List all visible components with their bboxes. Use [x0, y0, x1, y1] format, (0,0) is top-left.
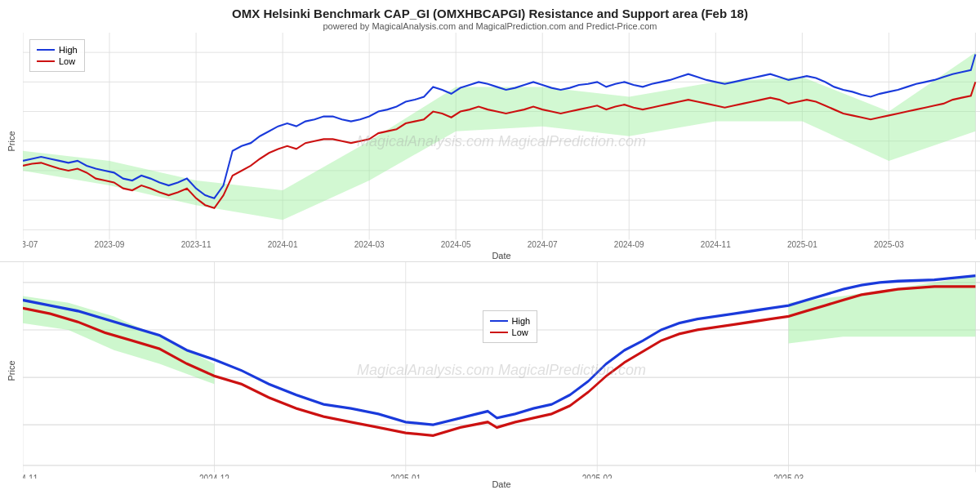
svg-text:2025-03: 2025-03	[874, 240, 904, 249]
page-container: OMX Helsinki Benchmark CAP_GI (OMXHBCAPG…	[0, 0, 980, 490]
svg-text:2023-09: 2023-09	[95, 240, 125, 249]
chart2-legend-high: High	[490, 316, 531, 326]
chart2-low-line	[490, 332, 508, 333]
page-header: OMX Helsinki Benchmark CAP_GI (OMXHBCAPG…	[0, 0, 980, 33]
svg-text:2024-03: 2024-03	[354, 240, 385, 249]
chart2-y-label: Price	[0, 262, 23, 479]
chart1-legend: High Low	[29, 39, 85, 72]
chart2-x-label: Date	[23, 479, 980, 490]
chart1-high-label: High	[59, 45, 78, 55]
chart1-legend-high: High	[37, 45, 78, 55]
chart2-svg: 620 600 580 560 2024-11 2024-12 2025-01 …	[23, 262, 980, 479]
page-subtitle: powered by MagicalAnalysis.com and Magic…	[0, 21, 980, 31]
svg-text:2025-01: 2025-01	[787, 240, 817, 249]
svg-text:2025-03: 2025-03	[773, 471, 804, 479]
chart2-high-label: High	[512, 316, 531, 326]
chart1-low-label: Low	[59, 56, 75, 66]
svg-text:2023-07: 2023-07	[23, 240, 38, 249]
svg-text:2024-01: 2024-01	[268, 240, 298, 249]
chart1-inner: High Low MagicalAnalysis.com MagicalPred…	[23, 33, 980, 250]
chart2-inner: High Low MagicalAnalysis.com MagicalPred…	[23, 262, 980, 479]
chart2-low-label: Low	[512, 327, 528, 337]
chart1-high-line	[37, 49, 55, 51]
svg-text:2024-12: 2024-12	[199, 471, 229, 479]
page-title: OMX Helsinki Benchmark CAP_GI (OMXHBCAPG…	[0, 7, 980, 20]
chart2-legend: High Low	[483, 310, 538, 343]
chart2-legend-low: Low	[490, 327, 531, 337]
charts-area: Price High Low MagicalAnalysis.com Magic…	[0, 33, 980, 490]
chart1-low-line	[37, 60, 55, 62]
chart2-wrapper: Price High Low MagicalAnalysis.com Magic…	[0, 261, 980, 479]
chart1-legend-low: Low	[37, 56, 78, 66]
chart1-wrapper: Price High Low MagicalAnalysis.com Magic…	[0, 33, 980, 250]
svg-text:2023-11: 2023-11	[181, 240, 212, 249]
chart2-high-line	[490, 320, 508, 322]
svg-marker-59	[23, 296, 214, 384]
svg-text:2024-07: 2024-07	[528, 240, 558, 249]
svg-text:2025-02: 2025-02	[582, 471, 612, 479]
svg-text:2024-11: 2024-11	[23, 471, 38, 479]
chart1-y-label: Price	[0, 33, 23, 250]
svg-text:2024-05: 2024-05	[441, 240, 471, 249]
svg-text:2024-11: 2024-11	[701, 240, 731, 249]
chart1-svg: 625 600 575 550 525 500 475 2023-07 2023…	[23, 33, 980, 250]
chart1-x-label: Date	[23, 250, 980, 261]
svg-text:2025-01: 2025-01	[390, 471, 421, 479]
svg-text:2024-09: 2024-09	[614, 240, 644, 249]
